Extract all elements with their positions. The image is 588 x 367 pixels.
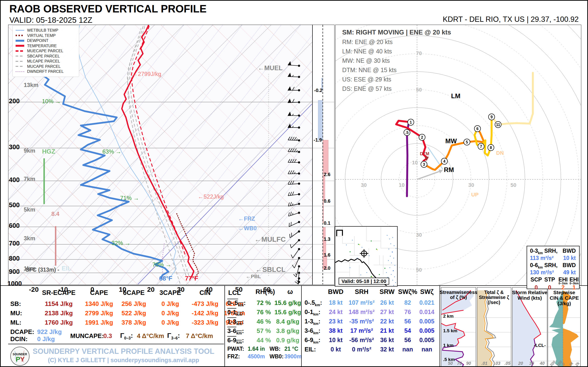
advection-value: 1.3 — [324, 236, 330, 242]
svg-text:8: 8 — [490, 146, 492, 150]
svg-text:2: 2 — [421, 135, 423, 139]
swp-value: nan — [402, 346, 413, 352]
legend-item: DEWPOINT — [16, 38, 76, 43]
layer-label: 0-.5km: — [304, 300, 322, 307]
srw-value: 26 kt — [380, 300, 394, 306]
x-tick: 70 — [457, 361, 462, 366]
mlcape-parcel-line — [130, 25, 189, 276]
mlcape-swatch-icon — [16, 61, 24, 62]
mucape-parcel-line — [128, 28, 180, 284]
muecape-swatch-icon — [16, 50, 24, 52]
legend-label: DEWPOINT — [27, 38, 48, 43]
valid-time: VALID: 05-18-2025 12Z — [9, 16, 92, 24]
srh-value: 107 m²/s² — [349, 300, 375, 306]
swzeta-header: SWζ — [420, 289, 433, 295]
swz-value: 0.005 — [419, 318, 434, 324]
sounderpy-logo: SOUNDER P Y — [10, 346, 30, 366]
swzeta-pct-header: SWζ% — [398, 289, 417, 295]
x-tick: .03 — [494, 361, 500, 366]
cape3-sb: 0 J/kg — [161, 301, 179, 307]
srh-value: 17 m²/s² — [350, 328, 373, 334]
moist-adiabat-highlight — [138, 104, 312, 284]
lapse-rate-label: 8.4 — [51, 211, 59, 217]
layer-label: 1-3km: — [304, 318, 320, 325]
map-inset: Valid: 05-18 | 12:00 — [335, 226, 398, 286]
pressure-label: 900 — [9, 268, 20, 275]
height-label: 3km — [24, 235, 35, 241]
credit-divider — [8, 344, 224, 344]
dwndrft-swatch-icon — [16, 71, 24, 72]
cape3-mu: 0 J/kg — [161, 310, 179, 316]
scp-header: SCP — [530, 277, 542, 283]
panel-title: Streamwiseness — [440, 290, 477, 295]
srw-value: 27 kt — [380, 309, 394, 315]
legend-label: DWNDRFT PARCEL — [27, 69, 64, 74]
pressure-label: 800 — [9, 255, 20, 262]
swp-value: 54 — [404, 328, 411, 334]
row-label: SB: — [10, 301, 21, 307]
rh-annotation: 70% → — [152, 262, 171, 267]
gamma-0-3-label: Γ0−3: — [120, 332, 133, 340]
trace-1-3km — [396, 121, 427, 164]
scp-value: 0 — [535, 284, 538, 290]
svg-text:11: 11 — [496, 123, 500, 127]
swz-value: 0.005 — [419, 337, 434, 343]
svg-text:RM: RM — [444, 166, 454, 174]
srw-panel: Storm Relative Wind (kts) -LCL- 20 30 40 — [512, 287, 547, 367]
height-label: 7km — [24, 176, 35, 182]
x-tick: .01 — [481, 361, 487, 366]
muncape-value: 0.3 — [103, 333, 112, 339]
sr-ecape-sb: 1154 J/kg — [45, 301, 73, 307]
pressure-gridlines — [9, 102, 312, 273]
srh-row-label: 0-3km SRH, — [530, 248, 558, 255]
temperature-swatch-icon — [16, 45, 24, 47]
panel-title: Total ζ & — [484, 290, 504, 295]
omega-value: 3.8 g/kg — [276, 328, 300, 334]
sm-line: SM: RIGHT MOVING | ENE @ 20 kts — [342, 29, 451, 36]
svg-text:10: 10 — [399, 182, 405, 188]
mucape-value-annotation: ←2799J/kg — [132, 71, 161, 77]
surface-temp-f: 77°F — [185, 275, 198, 282]
kinematics-table: BWD SRH SRW SWζ% SWζ 0-.5km: 18 kt 107 m… — [302, 286, 440, 367]
stp-header: STP — [544, 277, 555, 283]
swp-value: 82 — [404, 300, 411, 306]
rh-value: 72 % — [257, 300, 271, 306]
rh-annotation: 63% → — [102, 149, 121, 155]
bwd-row-label: BWD — [562, 248, 576, 254]
layer-label: EIL: — [304, 346, 316, 353]
height-tick: 2 km — [443, 314, 453, 318]
pwat-value: 1.64 in — [248, 346, 265, 352]
height-tick: 1.5 km — [443, 328, 457, 333]
map-valid-label: Valid: 05-18 | 12:00 — [339, 278, 389, 284]
advection-chart: -0.2 -1.9 2.6 0.6 0.1 1.3 1.6 2.0 — [313, 25, 334, 284]
x-tick: .05 — [504, 361, 510, 366]
swz-value: 0.005 — [419, 328, 434, 334]
legend-label: WETBULB TEMP — [27, 28, 58, 33]
omega-value: 8.4 g/kg — [276, 318, 300, 325]
srh-value: -56 m²/s² — [349, 337, 374, 343]
svg-text:1: 1 — [410, 120, 412, 124]
legend-item: TEMPERATURE — [16, 43, 76, 49]
srh-value: 0 m²/s² — [352, 346, 372, 352]
advection-strip: -0.2 -1.9 2.6 0.6 0.1 1.3 1.6 2.0 — [312, 25, 335, 285]
cape-sb: 1340 J/kg — [85, 301, 113, 307]
swz-value: 0.021 — [419, 300, 434, 306]
map-border-segment — [337, 230, 342, 236]
pressure-label: 500 — [9, 202, 20, 209]
layer-label: 0-1km: — [304, 309, 320, 316]
muel-annotation: ←MUEL — [258, 65, 283, 71]
rh-value: 44 % — [257, 337, 271, 343]
rh-value: 57 % — [257, 328, 271, 334]
dcin-value: 0 J/kg — [37, 336, 55, 342]
temp-tick: -20 — [29, 286, 39, 293]
bwd-value: 0 kt — [330, 346, 341, 352]
sr-ecape-mu: 2138 J/kg — [45, 310, 73, 316]
bwd-row-label: BWD — [562, 263, 576, 268]
svg-text:7: 7 — [480, 144, 482, 149]
wetbulb-swatch-icon — [16, 30, 24, 31]
pwat-label: PWAT: — [227, 346, 244, 352]
panel-title: Stepwise — [553, 290, 575, 295]
srh-0-3-value: 113 m²/s² — [530, 255, 553, 261]
legend-item: DWNDRFT PARCEL — [16, 69, 76, 74]
layer-label: 3-6km: — [304, 328, 320, 335]
